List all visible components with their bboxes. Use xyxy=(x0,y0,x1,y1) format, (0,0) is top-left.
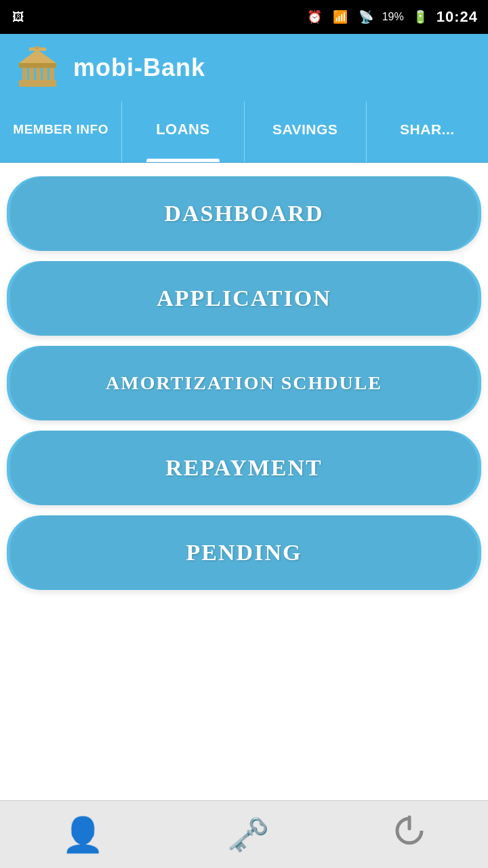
svg-rect-3 xyxy=(36,66,41,80)
amortization-button[interactable]: AMORTIZATION SCHDULE xyxy=(7,346,481,420)
svg-rect-6 xyxy=(19,63,56,68)
svg-marker-7 xyxy=(19,50,56,63)
profile-icon: 👤 xyxy=(62,815,104,854)
repayment-button[interactable]: REPAYMENT xyxy=(7,431,481,505)
tab-member-info[interactable]: MEMBER INFO xyxy=(0,102,122,162)
tab-shares[interactable]: SHAR... xyxy=(367,102,488,162)
tab-savings[interactable]: SAVINGS xyxy=(245,102,367,162)
application-label: APPLICATION xyxy=(157,285,331,311)
bottom-nav: 👤 🗝️ xyxy=(0,800,488,868)
svg-rect-1 xyxy=(22,66,27,80)
power-icon xyxy=(392,814,426,856)
dashboard-label: DASHBOARD xyxy=(164,201,323,226)
repayment-label: REPAYMENT xyxy=(165,455,322,481)
alarm-icon: ⏰ xyxy=(307,9,322,24)
status-time: 10:24 xyxy=(436,8,478,26)
battery-text: 19% xyxy=(382,11,404,23)
app-header: mobi-Bank xyxy=(0,34,488,102)
tab-bar: MEMBER INFO LOANS SAVINGS SHAR... xyxy=(0,102,488,163)
svg-rect-2 xyxy=(29,66,34,80)
battery-icon: 🔋 xyxy=(413,9,428,24)
dashboard-button[interactable]: DASHBOARD xyxy=(7,176,481,251)
status-left-icons: 🖼 xyxy=(10,10,26,24)
svg-rect-0 xyxy=(19,80,56,87)
status-bar: 🖼 ⏰ 📶 📡 19% 🔋 10:24 xyxy=(0,0,488,34)
pending-button[interactable]: PENDING xyxy=(7,515,481,590)
svg-rect-4 xyxy=(43,66,47,80)
app-title: mobi-Bank xyxy=(73,54,205,82)
amortization-label: AMORTIZATION SCHDULE xyxy=(106,372,382,394)
signal-icon: 📡 xyxy=(359,9,373,24)
keys-icon: 🗝️ xyxy=(227,815,269,854)
profile-nav-item[interactable]: 👤 xyxy=(41,808,124,861)
tab-loans[interactable]: LOANS xyxy=(122,102,244,162)
power-nav-item[interactable] xyxy=(372,807,447,863)
bank-logo xyxy=(14,44,61,92)
main-content: DASHBOARD APPLICATION AMORTIZATION SCHDU… xyxy=(0,163,488,604)
wifi-icon: 📶 xyxy=(333,9,348,24)
image-icon: 🖼 xyxy=(12,10,24,24)
keys-nav-item[interactable]: 🗝️ xyxy=(207,808,289,861)
pending-label: PENDING xyxy=(186,540,302,566)
svg-rect-5 xyxy=(49,66,54,80)
application-button[interactable]: APPLICATION xyxy=(7,261,481,336)
